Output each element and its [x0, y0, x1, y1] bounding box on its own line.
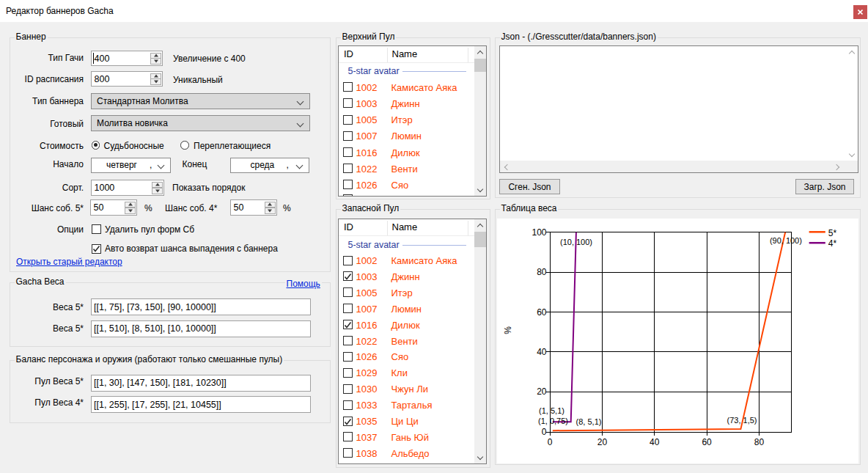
- svg-text:0: 0: [542, 427, 547, 437]
- svg-text:%: %: [503, 326, 513, 334]
- svg-text:100: 100: [532, 227, 546, 238]
- svg-text:(1, 5,1): (1, 5,1): [539, 406, 564, 414]
- svg-text:5*: 5*: [828, 227, 837, 238]
- svg-text:80: 80: [754, 437, 765, 447]
- svg-text:20: 20: [537, 386, 547, 397]
- svg-text:40: 40: [537, 346, 547, 356]
- svg-text:40: 40: [650, 437, 660, 447]
- svg-text:4*: 4*: [828, 238, 837, 249]
- svg-text:(8, 5,1): (8, 5,1): [576, 417, 602, 426]
- svg-text:80: 80: [537, 267, 547, 277]
- svg-text:(10, 100): (10, 100): [560, 238, 592, 246]
- svg-text:(73, 1,5): (73, 1,5): [727, 415, 757, 424]
- svg-text:(1, 0,75): (1, 0,75): [538, 417, 568, 425]
- svg-text:60: 60: [537, 307, 547, 317]
- svg-text:(90, 100): (90, 100): [770, 236, 802, 245]
- svg-text:20: 20: [597, 437, 608, 447]
- svg-text:0: 0: [548, 437, 553, 447]
- svg-text:60: 60: [702, 437, 712, 447]
